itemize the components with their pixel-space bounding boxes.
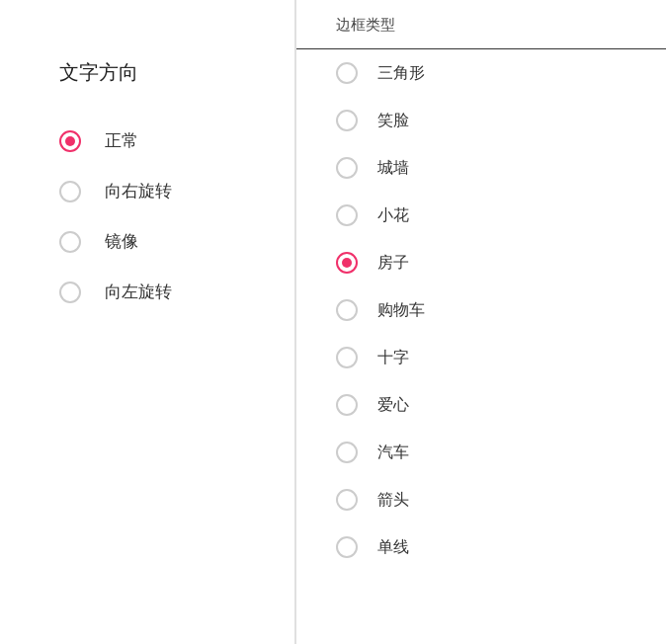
right-panel: 边框类型 三角形笑脸城墙小花房子购物车十字爱心汽车箭头单线 (296, 0, 666, 644)
text-direction-group: 正常向右旋转镜像向左旋转 (59, 116, 255, 317)
border-type-label-arrow: 箭头 (377, 490, 409, 511)
border-type-label-cross: 十字 (377, 348, 409, 368)
border-type-item-cross[interactable]: 十字 (316, 334, 646, 381)
radio-circle-border-house (336, 252, 358, 274)
text-direction-title: 文字方向 (59, 59, 255, 86)
radio-circle-normal (59, 130, 81, 152)
radio-circle-border-smiley (336, 110, 358, 131)
border-type-item-car[interactable]: 汽车 (316, 429, 646, 476)
text-direction-item-rotate-left[interactable]: 向左旋转 (59, 267, 255, 317)
radio-circle-rotate-right (59, 181, 81, 202)
radio-circle-border-cross (336, 347, 358, 368)
border-type-label-house: 房子 (377, 253, 409, 274)
left-panel: 文字方向 正常向右旋转镜像向左旋转 (0, 0, 296, 644)
border-type-label-car: 汽车 (377, 443, 409, 463)
main-container: 文字方向 正常向右旋转镜像向左旋转 边框类型 三角形笑脸城墙小花房子购物车十字爱… (0, 0, 666, 644)
border-type-label-wall: 城墙 (377, 158, 409, 179)
radio-label-mirror: 镜像 (105, 230, 138, 253)
border-type-label-smiley: 笑脸 (377, 111, 409, 131)
radio-circle-border-arrow (336, 489, 358, 511)
border-type-item-cart[interactable]: 购物车 (316, 286, 646, 334)
radio-circle-border-triangle (336, 62, 358, 84)
radio-circle-border-wall (336, 157, 358, 179)
radio-label-rotate-right: 向右旋转 (105, 180, 172, 202)
text-direction-item-rotate-right[interactable]: 向右旋转 (59, 166, 255, 216)
border-type-list: 三角形笑脸城墙小花房子购物车十字爱心汽车箭头单线 (296, 49, 666, 571)
text-direction-item-mirror[interactable]: 镜像 (59, 216, 255, 267)
border-type-title: 边框类型 (296, 0, 666, 49)
border-type-label-cart: 购物车 (377, 300, 425, 321)
radio-circle-border-single (336, 536, 358, 558)
border-type-label-single: 单线 (377, 537, 409, 558)
border-type-item-triangle[interactable]: 三角形 (316, 49, 646, 97)
radio-circle-border-car (336, 442, 358, 463)
radio-circle-border-heart (336, 394, 358, 416)
border-type-label-triangle: 三角形 (377, 63, 425, 84)
radio-circle-border-cart (336, 299, 358, 321)
border-type-label-flower: 小花 (377, 205, 409, 226)
border-type-item-flower[interactable]: 小花 (316, 192, 646, 239)
text-direction-item-normal[interactable]: 正常 (59, 116, 255, 166)
radio-circle-border-flower (336, 204, 358, 226)
radio-circle-mirror (59, 231, 81, 253)
border-type-item-single[interactable]: 单线 (316, 523, 646, 571)
border-type-item-arrow[interactable]: 箭头 (316, 476, 646, 523)
radio-circle-rotate-left (59, 282, 81, 303)
border-type-label-heart: 爱心 (377, 395, 409, 416)
border-type-item-smiley[interactable]: 笑脸 (316, 97, 646, 144)
radio-label-normal: 正常 (105, 129, 138, 152)
border-type-item-wall[interactable]: 城墙 (316, 144, 646, 192)
radio-label-rotate-left: 向左旋转 (105, 281, 172, 303)
border-type-item-heart[interactable]: 爱心 (316, 381, 646, 429)
border-type-item-house[interactable]: 房子 (316, 239, 646, 286)
